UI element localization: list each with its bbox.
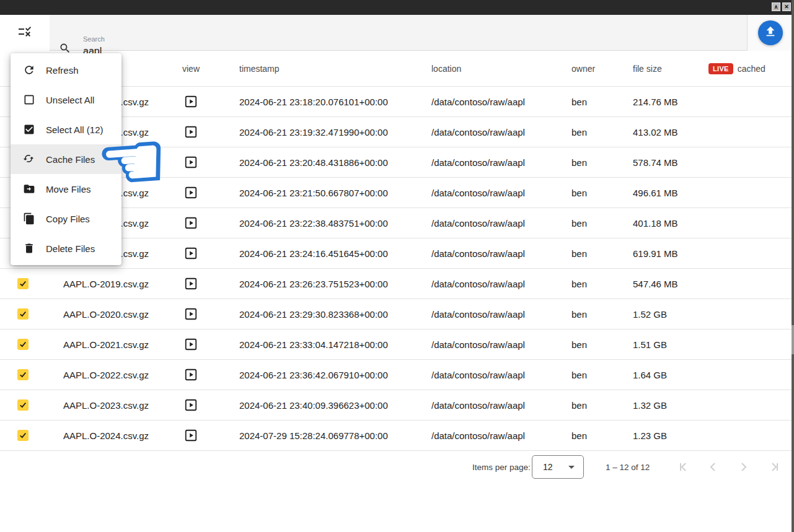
view-file-button[interactable] [184, 125, 198, 139]
menu-item-move-files[interactable]: Move Files [11, 174, 121, 204]
view-file-button[interactable] [184, 307, 198, 321]
file-owner: ben [571, 97, 633, 107]
file-size: 496.61 MB [633, 188, 708, 198]
file-size: 547.46 MB [633, 279, 708, 289]
window-edge [792, 0, 794, 532]
file-location: /data/contoso/raw/aapl [431, 430, 571, 441]
file-size: 413.02 MB [633, 127, 708, 137]
file-timestamp: 2024-06-21 23:21:50.667807+00:00 [239, 188, 431, 198]
previous-page-button[interactable] [706, 460, 721, 474]
file-owner: ben [571, 339, 633, 350]
header-view: view [171, 64, 239, 74]
file-timestamp: 2024-06-21 23:24:16.451645+00:00 [239, 248, 431, 259]
file-location: /data/contoso/raw/aapl [431, 97, 571, 107]
delete-files-icon [23, 242, 35, 255]
table-row: AAPL.O-2019.csv.gz 2024-06-21 23:26:23.7… [0, 269, 794, 299]
file-timestamp: 2024-06-21 23:36:42.067910+00:00 [239, 370, 431, 380]
file-timestamp: 2024-06-21 23:20:48.431886+00:00 [239, 157, 431, 168]
table-row: AAPL.O-2022.csv.gz 2024-06-21 23:36:42.0… [0, 360, 794, 390]
file-location: /data/contoso/raw/aapl [431, 370, 571, 380]
last-page-button[interactable] [766, 460, 781, 474]
file-timestamp: 2024-06-21 23:33:04.147218+00:00 [239, 339, 431, 350]
header-cached-label: cached [738, 64, 765, 74]
view-file-button[interactable] [184, 368, 198, 382]
context-menu: Refresh Unselect All Select All (12) Cac… [11, 53, 121, 265]
items-per-page-select[interactable]: 12 [532, 455, 584, 479]
window-close-button[interactable]: ✕ [782, 2, 791, 11]
file-owner: ben [571, 127, 633, 137]
file-location: /data/contoso/raw/aapl [431, 127, 571, 137]
menu-item-cache-files[interactable]: Cache Files [11, 144, 121, 174]
header-owner: owner [571, 64, 633, 74]
view-file-button[interactable] [184, 246, 198, 260]
file-size: 401.18 MB [633, 218, 708, 229]
row-checkbox[interactable] [17, 308, 29, 320]
file-owner: ben [571, 218, 633, 229]
view-file-button[interactable] [184, 338, 198, 351]
row-checkbox[interactable] [17, 339, 29, 350]
upload-button[interactable] [758, 20, 783, 45]
file-owner: ben [571, 157, 633, 168]
menu-item-unselect-all[interactable]: Unselect All [11, 85, 121, 115]
menu-item-delete-files[interactable]: Delete Files [11, 233, 121, 263]
row-checkbox[interactable] [17, 278, 29, 289]
search-field-label: Search [83, 35, 105, 43]
file-owner: ben [571, 279, 633, 289]
file-timestamp: 2024-06-21 23:29:30.823368+00:00 [239, 309, 431, 320]
scrollbar-thumb[interactable] [792, 325, 794, 354]
next-page-button[interactable] [736, 460, 751, 474]
file-location: /data/contoso/raw/aapl [431, 157, 571, 168]
header-timestamp: timestamp [239, 64, 431, 74]
file-location: /data/contoso/raw/aapl [431, 400, 571, 411]
row-checkbox[interactable] [17, 399, 29, 411]
file-timestamp: 2024-06-21 23:40:09.396623+00:00 [239, 400, 431, 411]
view-file-button[interactable] [184, 398, 198, 412]
rule-checklist-icon [17, 24, 32, 41]
file-location: /data/contoso/raw/aapl [431, 309, 571, 320]
file-timestamp: 2024-06-21 23:18:20.076101+00:00 [239, 97, 431, 107]
file-location: /data/contoso/raw/aapl [431, 248, 571, 259]
file-size: 1.23 GB [633, 430, 708, 441]
file-owner: ben [571, 400, 633, 411]
file-size: 578.74 MB [633, 157, 708, 168]
file-size: 619.91 MB [633, 248, 708, 259]
file-timestamp: 2024-06-21 23:22:38.483751+00:00 [239, 218, 431, 229]
file-owner: ben [571, 430, 633, 441]
copy-files-icon [23, 212, 35, 225]
menu-item-copy-files[interactable]: Copy Files [11, 204, 121, 233]
row-checkbox[interactable] [17, 430, 29, 441]
view-file-button[interactable] [184, 277, 198, 290]
file-timestamp: 2024-06-21 23:19:32.471990+00:00 [239, 127, 431, 137]
checkbox-unchecked-icon [23, 94, 35, 106]
selection-menu-button[interactable] [0, 15, 50, 51]
header-file-size: file size [633, 64, 708, 74]
items-per-page-label: Items per page: [472, 463, 531, 472]
first-page-button[interactable] [677, 460, 692, 474]
chevron-down-icon [568, 466, 575, 469]
row-checkbox[interactable] [17, 369, 29, 380]
header-location: location [431, 64, 571, 74]
file-owner: ben [571, 309, 633, 320]
file-name: AAPL.O-2019.csv.gz [52, 279, 171, 289]
toolbar: Search aapl [0, 15, 794, 51]
table-row: AAPL.O-2023.csv.gz 2024-06-21 23:40:09.3… [0, 390, 794, 421]
menu-item-refresh[interactable]: Refresh [11, 55, 121, 85]
file-timestamp: 2024-06-21 23:26:23.751523+00:00 [239, 279, 431, 289]
view-file-button[interactable] [184, 429, 198, 442]
file-owner: ben [571, 370, 633, 380]
table-row: AAPL.O-2021.csv.gz 2024-06-21 23:33:04.1… [0, 329, 794, 360]
file-size: 214.76 MB [633, 97, 708, 107]
file-size: 1.52 GB [633, 309, 708, 320]
file-size: 1.32 GB [633, 400, 708, 411]
view-file-button[interactable] [184, 95, 198, 108]
file-owner: ben [571, 188, 633, 198]
file-location: /data/contoso/raw/aapl [431, 339, 571, 350]
view-file-button[interactable] [184, 186, 198, 199]
window-maximize-button[interactable]: ∧ [772, 2, 780, 11]
refresh-icon [23, 64, 35, 76]
menu-item-select-all-12[interactable]: Select All (12) [11, 115, 121, 144]
cache-sync-icon [23, 153, 35, 165]
items-per-page-value: 12 [543, 462, 553, 472]
view-file-button[interactable] [184, 155, 198, 169]
view-file-button[interactable] [184, 216, 198, 230]
